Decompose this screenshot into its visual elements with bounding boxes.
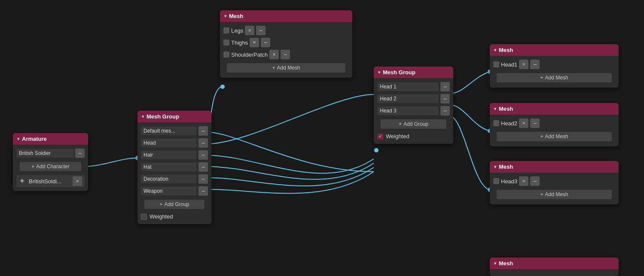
armature-item: BritishSoldi... [29, 178, 71, 185]
mesh-top-node: ▾ Mesh Legs × − Thighs × − ShoulderPatch… [220, 10, 352, 78]
decoration-minus-button[interactable]: − [198, 174, 208, 184]
head-minus-button[interactable]: − [198, 138, 208, 148]
mesh-head3-title: Mesh [499, 164, 513, 170]
mesh-group-center-title: Mesh Group [383, 69, 415, 76]
weighted-checkbox-left[interactable] [141, 214, 147, 220]
head1-mesh-icon [493, 61, 499, 67]
mesh-head2-add-button[interactable]: + Add Mesh [497, 132, 612, 141]
mesh-head3-header: ▾ Mesh [490, 161, 619, 173]
head2-mesh-label: Head2 [501, 120, 517, 127]
plus-icon: + [399, 121, 402, 127]
weapon-label: Weapon [141, 187, 197, 195]
head2-close-button[interactable]: × [519, 118, 528, 128]
mesh-head1-header: ▾ Mesh [490, 44, 619, 56]
chevron-icon: ▾ [17, 136, 19, 141]
chevron-icon: ▾ [494, 164, 496, 169]
thighs-close-button[interactable]: × [250, 38, 259, 47]
head2-mesh-icon [493, 120, 499, 126]
mesh-head3-add-button[interactable]: + Add Mesh [497, 190, 612, 199]
armature-icon: ✦ [19, 176, 25, 186]
head1-minus-button[interactable]: − [440, 82, 450, 91]
head1-close-button[interactable]: × [519, 60, 528, 69]
mesh-group-center-header: ▾ Mesh Group [374, 67, 453, 78]
plus-icon: + [540, 75, 543, 81]
weighted-checkbox-center[interactable]: ✓ [377, 133, 383, 140]
legs-label: Legs [231, 27, 243, 34]
head3-mesh-label: Head3 [501, 178, 517, 185]
mesh-group-left-title: Mesh Group [147, 113, 179, 120]
mesh-head2-header: ▾ Mesh [490, 103, 619, 115]
armature-title: Armature [22, 136, 47, 142]
hair-label: Hair [141, 151, 197, 159]
shoulderpatch-minus-button[interactable]: − [281, 50, 290, 59]
weighted-label-center: Weighted [386, 133, 409, 140]
hair-minus-button[interactable]: − [198, 150, 208, 160]
plus-icon: + [31, 164, 34, 170]
armature-item-close-button[interactable]: × [73, 176, 82, 186]
mesh-head1-title: Mesh [499, 47, 513, 53]
chevron-icon: ▾ [142, 114, 144, 119]
svg-point-9 [374, 148, 378, 152]
head1-label: Head 1 [377, 82, 439, 91]
hat-minus-button[interactable]: − [198, 162, 208, 172]
mesh-group-left-header: ▾ Mesh Group [137, 111, 211, 122]
shoulderpatch-mesh-icon [223, 52, 229, 58]
plus-icon: + [540, 133, 543, 140]
head3-mesh-icon [493, 178, 499, 184]
chevron-icon: ▾ [378, 70, 380, 75]
shoulderpatch-label: ShoulderPatch [231, 52, 268, 58]
mesh-bottom-title: Mesh [499, 260, 513, 267]
head2-mesh-minus-button[interactable]: − [530, 118, 540, 128]
plus-icon: + [272, 65, 275, 71]
svg-point-2 [220, 85, 225, 89]
plus-icon: + [159, 201, 162, 207]
head1-mesh-minus-button[interactable]: − [530, 60, 540, 69]
mesh-head3-node: ▾ Mesh Head3 × − + Add Mesh [490, 161, 619, 204]
plus-icon: + [540, 191, 543, 197]
decoration-label: Decoration [141, 175, 197, 183]
head1-mesh-label: Head1 [501, 61, 517, 68]
mesh-group-center-node: ▾ Mesh Group Head 1 − Head 2 − Head 3 − … [374, 67, 453, 144]
head2-label: Head 2 [377, 94, 439, 103]
thighs-label: Thighs [231, 39, 248, 46]
character-label: British Soldier [16, 149, 73, 158]
head-label-left: Head [141, 139, 197, 147]
chevron-icon: ▾ [494, 106, 496, 111]
shoulderpatch-close-button[interactable]: × [269, 50, 279, 59]
mesh-head1-node: ▾ Mesh Head1 × − + Add Mesh [490, 44, 619, 88]
default-mes-label: Default mes... [141, 127, 197, 135]
mesh-bottom-header: ▾ Mesh [490, 258, 619, 269]
mesh-head2-node: ▾ Mesh Head2 × − + Add Mesh [490, 103, 619, 146]
armature-node: ▾ Armature British Soldier − + Add Chara… [13, 133, 88, 191]
legs-close-button[interactable]: × [245, 26, 254, 35]
weighted-label-left: Weighted [150, 213, 173, 220]
head2-minus-button[interactable]: − [440, 94, 450, 103]
head3-minus-button[interactable]: − [440, 106, 450, 115]
mesh-bottom-node: ▾ Mesh [490, 258, 619, 276]
chevron-icon: ▾ [494, 48, 496, 52]
default-mes-minus-button[interactable]: − [198, 126, 208, 136]
mesh-group-left-node: ▾ Mesh Group Default mes... − Head − Hai… [137, 111, 211, 224]
head3-label: Head 3 [377, 106, 439, 115]
head3-close-button[interactable]: × [519, 176, 528, 186]
mesh-top-add-button[interactable]: + Add Mesh [227, 63, 345, 73]
character-minus-button[interactable]: − [75, 149, 85, 158]
chevron-icon: ▾ [224, 14, 226, 18]
thighs-mesh-icon [223, 39, 229, 45]
weapon-minus-button[interactable]: − [198, 186, 208, 196]
legs-mesh-icon [223, 27, 229, 33]
mesh-top-header: ▾ Mesh [220, 10, 352, 22]
head3-mesh-minus-button[interactable]: − [530, 176, 540, 186]
mesh-group-left-add-button[interactable]: + Add Group [144, 200, 204, 209]
hat-label: Hat [141, 163, 197, 171]
armature-header: ▾ Armature [13, 133, 88, 145]
legs-minus-button[interactable]: − [256, 26, 266, 35]
chevron-icon: ▾ [494, 261, 496, 266]
mesh-head1-add-button[interactable]: + Add Mesh [497, 73, 612, 82]
mesh-head2-title: Mesh [499, 106, 513, 112]
mesh-group-center-add-button[interactable]: + Add Group [381, 119, 446, 129]
thighs-minus-button[interactable]: − [261, 38, 270, 47]
add-character-button[interactable]: + Add Character [20, 162, 81, 171]
mesh-top-title: Mesh [229, 13, 243, 19]
